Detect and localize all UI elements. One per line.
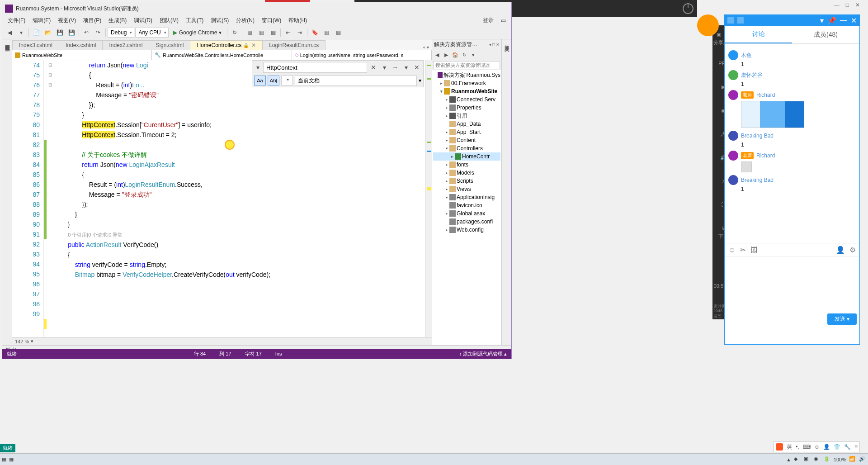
uncomment-icon[interactable]: ▦: [333, 28, 344, 38]
tb-icon-3[interactable]: ▦: [268, 28, 278, 38]
minimize-icon[interactable]: —: [834, 2, 840, 8]
solution-search-input[interactable]: [433, 61, 500, 69]
menu-10[interactable]: 编辑(E): [30, 16, 53, 25]
tree-item-19[interactable]: ▸Web.config: [433, 226, 500, 234]
nav-project-dropdown[interactable]: RuanmouWebSite: [12, 50, 152, 60]
find-scope-dropdown[interactable]: 当前文档: [295, 76, 417, 86]
tray-icon-1[interactable]: ◆: [794, 456, 801, 463]
scissors-icon[interactable]: ✂: [740, 246, 746, 254]
gear-icon[interactable]: ⚙: [849, 246, 856, 254]
tray-up-icon[interactable]: ▲: [786, 457, 791, 462]
send-button[interactable]: 发送 ▾: [827, 313, 857, 325]
ime-user-icon[interactable]: 👤: [823, 444, 830, 450]
tray-volume-icon[interactable]: 🔊: [859, 456, 866, 463]
menu-3[interactable]: 测试(S): [208, 16, 231, 25]
tree-item-14[interactable]: ▸Views: [433, 185, 500, 193]
nav-method-dropdown[interactable]: ◇Login(string userName, string userPassw…: [292, 50, 432, 60]
match-case-button[interactable]: Aa: [254, 76, 266, 85]
tree-item-16[interactable]: favicon.ico: [433, 201, 500, 209]
ime-tool-icon[interactable]: 🔧: [844, 444, 851, 450]
find-prev-icon[interactable]: ▾: [401, 64, 410, 71]
tree-item-4[interactable]: ▸Properties: [433, 104, 500, 112]
sol-fwd-icon[interactable]: ▶: [442, 51, 450, 59]
editor-tab-3[interactable]: Sign.cshtml: [149, 40, 190, 50]
user-add-icon[interactable]: 👤: [836, 246, 845, 254]
panel-close-icon[interactable]: ✕: [851, 16, 857, 25]
menu-0[interactable]: 帮助(H): [286, 16, 310, 25]
tree-item-0[interactable]: 解决方案'Ruanmou.Sys: [433, 71, 500, 79]
tree-item-9[interactable]: ▾Controllers: [433, 144, 500, 152]
tree-item-10[interactable]: ▸HomeContr: [433, 152, 500, 161]
whole-word-button[interactable]: Ab|: [268, 76, 279, 85]
sol-close-icon[interactable]: ✕: [496, 42, 500, 47]
vs-login-link[interactable]: 登录: [480, 16, 496, 25]
undo-icon[interactable]: ↶: [81, 28, 92, 38]
taskbar-app-1[interactable]: ▦: [2, 456, 6, 462]
config-dropdown[interactable]: Debug: [108, 28, 134, 38]
platform-dropdown[interactable]: Any CPU: [135, 28, 168, 38]
ime-lang[interactable]: 英: [787, 443, 792, 451]
tree-item-11[interactable]: ▸fonts: [433, 161, 500, 169]
menu-7[interactable]: 生成(B): [106, 16, 129, 25]
find-expand-icon[interactable]: ▾: [254, 64, 261, 71]
image-icon[interactable]: 🖼: [750, 246, 758, 254]
tab-overflow-icon[interactable]: « ▾: [420, 45, 432, 50]
comment-icon[interactable]: ▦: [321, 28, 332, 38]
sol-dropdown-icon[interactable]: ▾: [489, 42, 491, 47]
editor-tab-5[interactable]: LoginResultEnum.cs: [262, 40, 326, 50]
sol-home-icon[interactable]: 🏠: [451, 51, 459, 59]
bookmark-icon[interactable]: 🔖: [309, 28, 320, 38]
ime-punct-icon[interactable]: •,: [796, 444, 799, 450]
sol-pin-icon[interactable]: □: [492, 42, 495, 47]
editor-tab-0[interactable]: Index3.cshtml: [12, 40, 59, 50]
close-icon[interactable]: ✕: [855, 2, 860, 8]
nav-class-dropdown[interactable]: 🔧RuanmouWebSite.Controllers.HomeControll…: [152, 50, 292, 60]
indent-right-icon[interactable]: ⇥: [294, 28, 305, 38]
tree-item-2[interactable]: ▾RuanmouWebSite: [433, 87, 500, 95]
panel-minimize-icon[interactable]: —: [840, 16, 847, 24]
find-input[interactable]: [263, 62, 367, 73]
menu-8[interactable]: 项目(P): [80, 16, 104, 25]
ime-face-icon[interactable]: ☺: [814, 444, 820, 450]
editor-tab-4[interactable]: HomeController.cs🔒✕: [190, 40, 263, 50]
tray-icon-2[interactable]: ▣: [804, 456, 811, 463]
tree-item-15[interactable]: ▸ApplicationInsig: [433, 193, 500, 201]
tree-item-5[interactable]: ▸引用: [433, 112, 500, 120]
tree-item-18[interactable]: packages.confi: [433, 218, 500, 226]
chat-input[interactable]: [725, 256, 859, 311]
tree-item-13[interactable]: ▸Scripts: [433, 177, 500, 185]
sol-sync-icon[interactable]: ↻: [460, 51, 468, 59]
menu-1[interactable]: 窗口(W): [259, 16, 284, 25]
tab-members[interactable]: 成员(48): [792, 26, 859, 43]
header-icon[interactable]: [727, 17, 734, 24]
tray-network-icon[interactable]: 📶: [849, 456, 856, 463]
find-close-icon[interactable]: ✕: [412, 64, 421, 71]
menu-9[interactable]: 视图(V): [55, 16, 79, 25]
save-icon[interactable]: 💾: [54, 28, 65, 38]
redo-icon[interactable]: ↷: [93, 28, 104, 38]
taskbar-app-2[interactable]: ▦: [9, 456, 14, 462]
tray-icon-4[interactable]: 🔋: [824, 456, 831, 463]
tree-item-3[interactable]: ▸Connected Serv: [433, 95, 500, 104]
tree-item-7[interactable]: ▸App_Start: [433, 128, 500, 136]
emoji-icon[interactable]: ☺: [728, 246, 736, 254]
find-dropdown-icon[interactable]: ▾: [380, 64, 389, 71]
menu-6[interactable]: 调试(D): [131, 16, 155, 25]
menu-2[interactable]: 分析(N): [233, 16, 257, 25]
run-button[interactable]: ▶Google Chrome ▾: [170, 29, 226, 36]
tree-item-12[interactable]: ▸Models: [433, 169, 500, 177]
tb-icon-1[interactable]: ▦: [244, 28, 255, 38]
floating-avatar[interactable]: [697, 14, 719, 36]
vs-left-rail[interactable]: 服务器资源管理器 工具箱: [2, 39, 12, 345]
forward-icon[interactable]: ▾: [16, 28, 27, 38]
zoom-label[interactable]: 142 %: [15, 339, 29, 344]
sol-back-icon[interactable]: ◀: [433, 51, 441, 59]
refresh-icon[interactable]: ↻: [229, 28, 240, 38]
find-next-icon[interactable]: →: [391, 64, 400, 71]
menu-5[interactable]: 团队(M): [157, 16, 181, 25]
tray-icon-3[interactable]: ◉: [814, 456, 821, 463]
ime-skin-icon[interactable]: 👕: [834, 444, 840, 450]
save-all-icon[interactable]: 💾: [66, 28, 77, 38]
vs-notifications-icon[interactable]: ▭: [498, 16, 509, 24]
tree-item-17[interactable]: ▸Global.asax: [433, 209, 500, 218]
